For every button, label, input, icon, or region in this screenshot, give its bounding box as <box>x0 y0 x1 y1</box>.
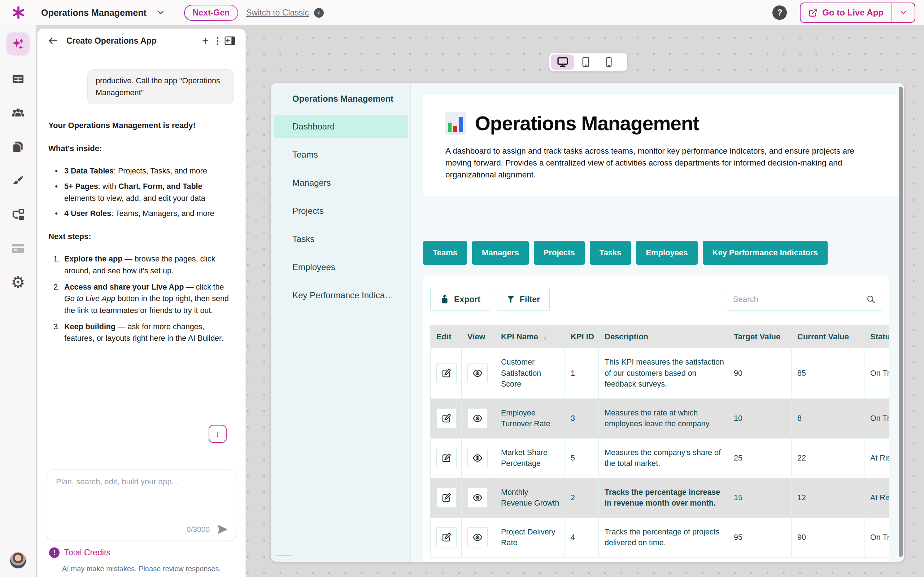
new-chat-button[interactable]: + <box>199 35 212 47</box>
kpi-name: Market Share Percentage <box>495 438 565 478</box>
search-input[interactable] <box>733 295 866 304</box>
header-status[interactable]: Status <box>864 326 890 348</box>
sort-desc-icon: ↓ <box>543 332 547 341</box>
table-row: Project Delivery Rate 4 Tracks the perce… <box>431 517 890 557</box>
go-to-live-app-label: Go to Live App <box>822 8 884 18</box>
collapse-panel-icon[interactable] <box>224 35 236 47</box>
edit-row-button[interactable] <box>436 363 457 384</box>
view-row-button[interactable] <box>467 408 488 429</box>
projects-button[interactable]: Projects <box>534 241 585 265</box>
app-preview-frame: Operations Management Dashboard Teams Ma… <box>271 83 904 562</box>
preview-workspace: Operations Management Dashboard Teams Ma… <box>247 25 924 577</box>
pages-icon[interactable] <box>8 136 29 157</box>
kpi-status: On Track <box>864 348 890 399</box>
next-gen-label: Next-Gen <box>193 8 229 17</box>
edit-row-button[interactable] <box>436 527 457 548</box>
header-current-value[interactable]: Current Value <box>792 326 864 348</box>
user-avatar[interactable] <box>10 552 27 569</box>
export-icon <box>440 294 449 305</box>
list-item: 2. Access and share your Live App — clic… <box>48 281 234 317</box>
view-row-button[interactable] <box>467 448 488 468</box>
prompt-input[interactable] <box>56 477 227 487</box>
workflow-icon[interactable] <box>8 204 29 225</box>
table-row: Customer Satisfaction Score 1 This KPI m… <box>431 348 890 399</box>
preview-main: Operations Management A dashboard to ass… <box>411 83 904 562</box>
send-icon[interactable] <box>217 524 228 535</box>
export-button[interactable]: Export <box>430 288 490 311</box>
scroll-to-bottom-button[interactable]: ↓ <box>208 425 227 443</box>
kpi-button[interactable]: Key Performance Indicators <box>703 241 828 265</box>
next-gen-badge[interactable]: Next-Gen <box>184 5 238 21</box>
edit-row-button[interactable] <box>436 488 457 508</box>
view-row-button[interactable] <box>467 527 488 548</box>
kpi-current: 22 <box>792 438 864 478</box>
users-icon[interactable] <box>8 102 29 123</box>
kpi-target: 90 <box>728 348 792 399</box>
managers-button[interactable]: Managers <box>472 241 529 265</box>
nav-item-kpis[interactable]: Key Performance Indica… <box>274 284 408 306</box>
external-link-icon <box>809 8 818 17</box>
left-icon-rail: ⚙ <box>0 25 36 577</box>
kpi-description: This KPI measures the satisfaction of ou… <box>599 348 728 399</box>
live-app-dropdown-chevron-icon[interactable] <box>892 8 914 17</box>
go-to-live-app-button[interactable]: Go to Live App <box>801 8 892 18</box>
mobile-preview-icon[interactable] <box>597 55 620 69</box>
header-kpi-name[interactable]: KPI Name↓ <box>495 326 565 348</box>
header-kpi-id[interactable]: KPI ID <box>565 326 599 348</box>
nav-item-teams[interactable]: Teams <box>274 143 408 166</box>
list-item: 1. Explore the app — browse the pages, c… <box>48 253 234 277</box>
filter-button[interactable]: Filter <box>497 288 550 311</box>
app-title[interactable]: Operations Management <box>41 8 147 18</box>
kpi-name: Project Delivery Rate <box>495 517 565 557</box>
employees-button[interactable]: Employees <box>636 241 697 265</box>
more-options-kebab-icon[interactable]: ⋮ <box>212 35 224 47</box>
chat-panel-title: Create Operations App <box>66 36 199 46</box>
kpi-id: 4 <box>565 517 599 557</box>
tasks-button[interactable]: Tasks <box>590 241 631 265</box>
list-item: • 3 Data Tables: Projects, Tasks, and mo… <box>48 165 234 177</box>
table-search <box>727 288 882 311</box>
header-target-value[interactable]: Target Value <box>728 326 792 348</box>
billing-card-icon[interactable] <box>8 238 29 259</box>
desktop-preview-icon[interactable] <box>551 55 574 69</box>
theme-paintbrush-icon[interactable] <box>8 170 29 191</box>
back-button[interactable] <box>47 35 59 47</box>
tablet-preview-icon[interactable] <box>574 55 597 69</box>
nav-item-tasks[interactable]: Tasks <box>274 228 408 250</box>
brand-logo-asterisk-icon[interactable] <box>10 4 27 21</box>
ai-builder-panel: Create Operations App + ⋮ productive. Ca… <box>37 29 246 577</box>
help-icon[interactable]: ? <box>772 5 787 20</box>
kpi-name: Customer Satisfaction Score <box>495 348 565 399</box>
total-credits-label: Total Credits <box>64 548 110 558</box>
nav-item-projects[interactable]: Projects <box>274 200 408 222</box>
ai-builder-sparkles-icon[interactable] <box>6 32 30 56</box>
table-header-row: Edit View KPI Name↓ KPI ID Description T… <box>431 326 890 348</box>
nav-item-dashboard[interactable]: Dashboard <box>274 115 408 138</box>
edit-row-button[interactable] <box>436 408 457 429</box>
total-credits-link[interactable]: ! Total Credits <box>49 548 110 558</box>
kpi-id: 3 <box>565 398 599 438</box>
teams-button[interactable]: Teams <box>423 241 467 265</box>
switch-to-classic-link[interactable]: Switch to Classic <box>246 8 309 18</box>
table-row: Monthly Revenue Growth 2 Tracks the perc… <box>431 478 890 517</box>
kpi-id: 1 <box>565 348 599 399</box>
view-row-button[interactable] <box>467 488 488 508</box>
nav-item-employees[interactable]: Employees <box>274 256 408 279</box>
header-view: View <box>462 326 495 348</box>
nav-item-managers[interactable]: Managers <box>274 172 408 194</box>
edit-row-button[interactable] <box>436 448 457 468</box>
data-tables-icon[interactable] <box>8 69 29 89</box>
prompt-composer: 0/3000 <box>47 469 236 541</box>
export-label: Export <box>454 295 480 305</box>
chat-messages: productive. Call the app "Operations Man… <box>37 69 246 344</box>
ready-heading: Your Operations Management is ready! <box>48 119 234 131</box>
search-icon <box>866 294 876 305</box>
quick-nav-buttons: Teams Managers Projects Tasks Employees … <box>423 241 828 265</box>
view-row-button[interactable] <box>467 363 488 384</box>
info-icon[interactable]: i <box>314 8 324 18</box>
kpi-current: 90 <box>792 517 864 557</box>
chevron-down-icon[interactable] <box>156 8 165 17</box>
header-description[interactable]: Description <box>599 326 728 348</box>
settings-gear-icon[interactable]: ⚙ <box>8 272 29 293</box>
preview-vertical-scrollbar[interactable] <box>899 87 903 557</box>
